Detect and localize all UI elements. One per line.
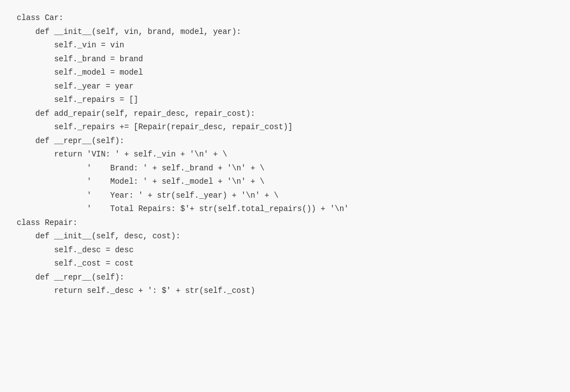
code-container: class Car: def __init__(self, vin, brand… [0, 0, 570, 392]
code-line: def add_repair(self, repair_desc, repair… [17, 107, 553, 121]
code-line: self._cost = cost [17, 257, 553, 271]
code-line: ' Brand: ' + self._brand + '\n' + \ [17, 161, 553, 175]
code-line: self._year = year [17, 80, 553, 94]
code-line: self._vin = vin [17, 38, 553, 52]
code-line: self._brand = brand [17, 52, 553, 66]
code-line: def __init__(self, vin, brand, model, ye… [17, 25, 553, 39]
code-line: ' Model: ' + self._model + '\n' + \ [17, 175, 553, 189]
code-line: class Car: [17, 11, 553, 25]
code-line: def __init__(self, desc, cost): [17, 229, 553, 243]
code-line: ' Year: ' + str(self._year) + '\n' + \ [17, 189, 553, 203]
code-line: return 'VIN: ' + self._vin + '\n' + \ [17, 148, 553, 161]
code-line: self._model = model [17, 66, 553, 80]
code-line: def __repr__(self): [17, 271, 553, 285]
code-line: ' Total Repairs: $'+ str(self.total_repa… [17, 202, 553, 216]
code-line: class Repair: [17, 216, 553, 230]
code-line: def __repr__(self): [17, 134, 553, 148]
code-block: class Car: def __init__(self, vin, brand… [17, 11, 553, 298]
code-line: return self._desc + ': $' + str(self._co… [17, 284, 553, 298]
code-line: self._desc = desc [17, 243, 553, 257]
code-line: self._repairs = [] [17, 93, 553, 107]
code-line: self._repairs += [Repair(repair_desc, re… [17, 120, 553, 134]
